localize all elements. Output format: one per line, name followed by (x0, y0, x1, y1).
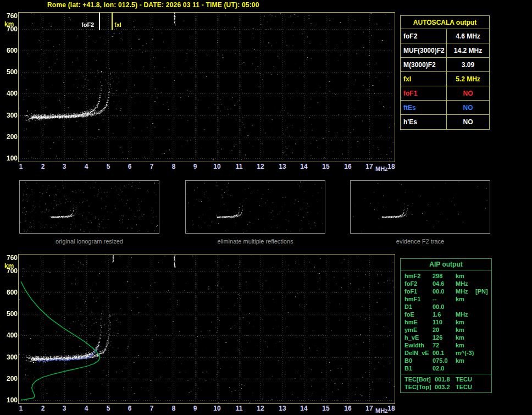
x-axis-tick: 3 (58, 163, 70, 170)
aip-row-tec-top: TEC[Top]003.2TECU (401, 383, 491, 391)
parameter-name: foF2 (401, 29, 447, 43)
thumbnail-multiple-reflections (185, 180, 325, 234)
aip-row-h-ve: h_vE126km (401, 334, 491, 341)
parameter-unit: TECU (456, 375, 491, 383)
thumbnail-original-ionogram (19, 180, 159, 234)
aip-table-rows: hmF2298kmfoF204.6MHzfoF100.0MHz[PN]hmF1-… (401, 270, 491, 372)
aip-row-b0: B0075.0km (401, 357, 491, 364)
parameter-name: B0 (401, 357, 433, 364)
y-axis-tick: 100 (1, 154, 18, 162)
parameter-flag (475, 318, 491, 326)
parameter-value: 3.09 (447, 58, 489, 71)
x-axis-tick: 5 (102, 163, 114, 170)
parameter-flag (475, 334, 491, 341)
parameter-name: DelN_vE (401, 349, 433, 357)
x-axis-tick: 4 (80, 405, 92, 412)
x-axis-tick: 12 (254, 163, 267, 170)
parameter-flag (475, 349, 491, 357)
autoscala-row-muf-3000-f2: MUF(3000)F214.2 MHz (401, 43, 489, 58)
parameter-flag (475, 326, 491, 334)
parameter-flag (475, 303, 491, 311)
parameter-flag (475, 357, 491, 364)
parameter-value: 04.6 (433, 280, 456, 287)
aip-row-yme: ymE20km (401, 326, 491, 334)
autoscala-output-table: AUTOSCALA output foF24.6 MHzMUF(3000)F21… (400, 15, 490, 130)
x-axis-tick: 9 (189, 405, 201, 412)
thumbnail-original-canvas (20, 181, 159, 233)
parameter-value: NO (447, 101, 489, 114)
autoscala-table-rows: foF24.6 MHzMUF(3000)F214.2 MHzM(3000)F23… (401, 29, 489, 129)
autoscala-row-m-3000-f2: M(3000)F23.09 (401, 58, 489, 72)
parameter-value: 1.6 (433, 311, 456, 318)
y-axis-tick: 300 (1, 112, 18, 119)
parameter-unit: km (456, 357, 475, 364)
parameter-name: TEC[Bot] (401, 375, 435, 383)
parameter-unit (456, 364, 475, 372)
parameter-value: 110 (433, 318, 456, 326)
parameter-name: foF1 (401, 287, 433, 295)
parameter-value: 00.0 (433, 287, 456, 295)
parameter-unit: MHz (456, 280, 475, 287)
parameter-name: h'Es (401, 115, 447, 129)
autoscala-app: Rome (lat: +41.8, lon: 012.5) - DATE: 20… (0, 0, 532, 415)
fof2-frequency-line (99, 13, 100, 30)
y-axis-tick: 500 (1, 310, 18, 318)
x-axis-tick: 16 (342, 405, 354, 412)
x-axis-tick: 13 (276, 163, 289, 170)
aip-row-foe: foE1.6MHz (401, 311, 491, 318)
parameter-value: 14.2 MHz (447, 43, 489, 57)
x-axis-tick: 6 (124, 163, 136, 170)
x-axis-tick: 1 (15, 405, 27, 412)
parameter-unit (456, 303, 475, 311)
x-axis-unit-label: MHz (375, 407, 388, 414)
x-axis-tick: 14 (298, 405, 310, 412)
autoscala-row-fof1: foF1NO (401, 86, 489, 101)
aip-row-b1: B102.0 (401, 364, 491, 372)
fxi-line-label: fxI (114, 21, 121, 28)
parameter-name: ymE (401, 326, 433, 334)
thumbnail-f2-canvas (351, 181, 490, 233)
aip-output-table: AIP output hmF2298kmfoF204.6MHzfoF100.0M… (400, 258, 492, 393)
autoscala-row-fof2: foF24.6 MHz (401, 29, 489, 43)
parameter-flag (475, 280, 491, 287)
parameter-value: 003.2 (435, 383, 456, 391)
parameter-name: hmF2 (401, 272, 433, 280)
parameter-unit: MHz (456, 311, 475, 318)
parameter-value: NO (447, 115, 489, 129)
autoscala-row-ftes: ftEsNO (401, 101, 489, 115)
x-axis-tick: 16 (342, 163, 354, 170)
x-axis-tick: 5 (102, 405, 114, 412)
parameter-value: 72 (433, 341, 456, 349)
y-axis-tick: 400 (1, 90, 18, 97)
y-axis-unit-label: km (4, 20, 14, 28)
aip-row-fof1: foF100.0MHz[PN] (401, 287, 491, 295)
y-axis-tick: 760 (1, 254, 18, 262)
aip-row-hmf1: hmF1--km (401, 295, 491, 303)
autoscala-row-fxi: fxI5.2 MHz (401, 72, 489, 86)
x-axis-tick: 12 (254, 405, 267, 412)
thumbnail-reflections-canvas (186, 181, 325, 233)
thumbnail-caption-f2: evidence F2 trace (350, 238, 490, 245)
parameter-flag (475, 364, 491, 372)
page-title: Rome (lat: +41.8, lon: 012.5) - DATE: 20… (47, 1, 259, 9)
aip-table-header: AIP output (401, 259, 491, 270)
y-axis-tick: 400 (1, 331, 18, 339)
fof2-line-label: foF2 (81, 21, 94, 28)
parameter-name: ftEs (401, 101, 447, 114)
x-axis-tick: 10 (211, 405, 223, 412)
main-ionogram-panel (18, 12, 395, 162)
parameter-value: 126 (433, 334, 456, 341)
parameter-name: MUF(3000)F2 (401, 43, 447, 57)
x-axis-tick: 11 (233, 405, 245, 412)
parameter-unit: MHz (456, 287, 475, 295)
thumbnail-f2-trace (350, 180, 490, 234)
aip-tec-rows: TEC[Bot]001.8TECUTEC[Top]003.2TECU (401, 374, 491, 392)
x-axis-tick: 2 (37, 405, 49, 412)
parameter-value: 00.1 (433, 349, 456, 357)
x-axis-tick: 8 (168, 405, 180, 412)
thumbnail-caption-reflections: eliminate multiple reflections (185, 238, 325, 245)
x-axis-tick: 9 (189, 163, 201, 170)
y-axis-tick: 600 (1, 47, 18, 54)
x-axis-tick: 15 (320, 405, 332, 412)
parameter-flag (475, 272, 491, 280)
